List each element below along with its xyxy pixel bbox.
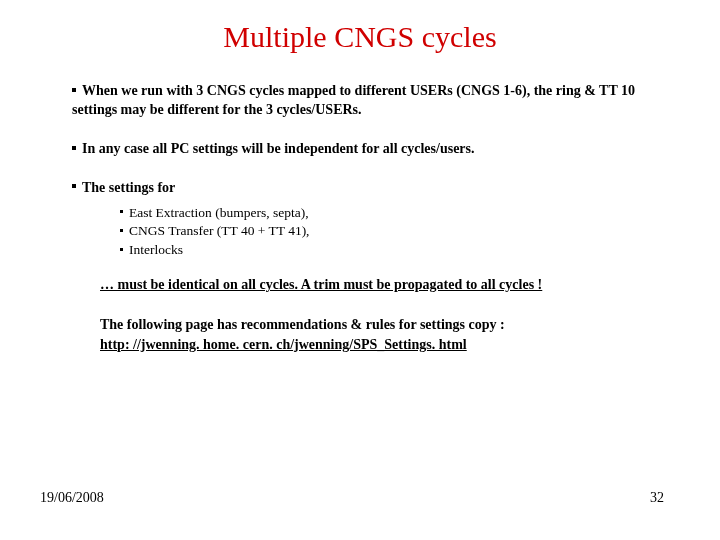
sub-bullet-1-text: East Extraction (bumpers, septa), xyxy=(129,205,309,220)
footer-page-number: 32 xyxy=(650,490,664,506)
bullet-3-text: The settings for xyxy=(82,180,175,195)
bullet-icon xyxy=(120,210,123,213)
warning-line: … must be identical on all cycles. A tri… xyxy=(100,276,672,295)
bullet-icon xyxy=(72,146,76,150)
sub-bullets: East Extraction (bumpers, septa), CNGS T… xyxy=(120,204,672,261)
slide-content: When we run with 3 CNGS cycles mapped to… xyxy=(48,82,672,354)
sub-bullet-3: Interlocks xyxy=(120,241,672,260)
bullet-1: When we run with 3 CNGS cycles mapped to… xyxy=(72,82,672,120)
bullet-2-text: In any case all PC settings will be inde… xyxy=(82,141,475,156)
bullet-icon xyxy=(120,229,123,232)
slide-title: Multiple CNGS cycles xyxy=(48,20,672,54)
sub-bullet-3-text: Interlocks xyxy=(129,242,183,257)
bullet-3: The settings for xyxy=(72,179,672,198)
slide: Multiple CNGS cycles When we run with 3 … xyxy=(0,0,720,540)
bullet-1-text: When we run with 3 CNGS cycles mapped to… xyxy=(72,83,635,117)
footer-date: 19/06/2008 xyxy=(40,490,104,506)
bullet-icon xyxy=(72,184,76,188)
recommendation: The following page has recommendations &… xyxy=(100,315,672,354)
bullet-icon xyxy=(72,88,76,92)
bullet-icon xyxy=(120,248,123,251)
recommendation-link[interactable]: http: //jwenning. home. cern. ch/jwennin… xyxy=(100,337,467,352)
sub-bullet-2-text: CNGS Transfer (TT 40 + TT 41), xyxy=(129,223,310,238)
sub-bullet-2: CNGS Transfer (TT 40 + TT 41), xyxy=(120,222,672,241)
sub-bullet-1: East Extraction (bumpers, septa), xyxy=(120,204,672,223)
recommendation-text: The following page has recommendations &… xyxy=(100,317,505,332)
bullet-2: In any case all PC settings will be inde… xyxy=(72,140,672,159)
